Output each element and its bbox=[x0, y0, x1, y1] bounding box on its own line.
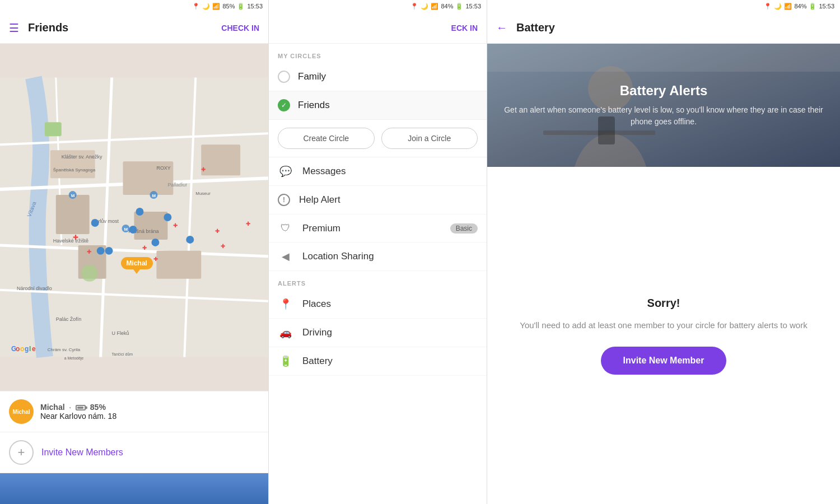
svg-rect-15 bbox=[45, 122, 62, 136]
location-icon: 📍 bbox=[192, 3, 200, 10]
check-in-behind: ECK IN bbox=[451, 24, 478, 32]
svg-text:o: o bbox=[16, 346, 20, 353]
moon-icon-3: 🌙 bbox=[774, 3, 782, 10]
check-in-button[interactable]: CHECK IN bbox=[221, 24, 259, 32]
svg-rect-14 bbox=[156, 251, 201, 279]
menu-item-help-alert[interactable]: ! Help Alert bbox=[269, 186, 487, 214]
create-circle-button[interactable]: Create Circle bbox=[278, 128, 375, 149]
join-circle-button[interactable]: Join a Circle bbox=[381, 128, 478, 149]
menu-item-location-sharing[interactable]: ◀ Location Sharing bbox=[269, 242, 487, 271]
menu-item-battery[interactable]: 🔋 Battery bbox=[269, 347, 487, 376]
hero-title: Battery Alerts bbox=[620, 83, 708, 99]
app-bar-1: ☰ Friends CHECK IN bbox=[0, 12, 268, 44]
svg-text:Klášter sv. Anežky: Klášter sv. Anežky bbox=[62, 154, 102, 160]
user-location: Near Karlovo nám. 18 bbox=[40, 412, 116, 421]
places-label: Places bbox=[302, 298, 478, 310]
battery-content: Sorry! You'll need to add at least one m… bbox=[487, 167, 840, 504]
circle-radio-family bbox=[278, 71, 290, 83]
menu-item-driving[interactable]: 🚗 Driving bbox=[269, 319, 487, 347]
svg-text:l: l bbox=[29, 346, 31, 353]
invite-new-member-button[interactable]: Invite New Member bbox=[601, 347, 727, 375]
location-sharing-icon: ◀ bbox=[278, 250, 293, 263]
invite-members-text[interactable]: Invite New Members bbox=[41, 447, 123, 458]
svg-rect-12 bbox=[201, 144, 240, 175]
svg-point-43 bbox=[151, 239, 159, 246]
svg-text:M: M bbox=[152, 193, 156, 198]
driving-label: Driving bbox=[302, 327, 478, 338]
page-title-battery: Battery bbox=[516, 21, 831, 34]
svg-text:✚: ✚ bbox=[221, 243, 225, 249]
svg-point-40 bbox=[91, 219, 99, 227]
svg-text:Tančící dům: Tančící dům bbox=[112, 352, 133, 356]
circle-item-family[interactable]: Family bbox=[269, 63, 487, 91]
svg-point-41 bbox=[105, 247, 113, 255]
location-icon-2: 📍 bbox=[410, 3, 418, 10]
app-bar-3: ← Battery bbox=[487, 12, 840, 44]
my-circles-header: MY CIRCLES bbox=[269, 44, 487, 63]
user-name-battery: Michal · 85% bbox=[40, 403, 116, 412]
menu-item-messages[interactable]: 💬 Messages bbox=[269, 157, 487, 186]
map-marker-michal[interactable]: Michal bbox=[121, 257, 153, 269]
svg-text:Havelské tržiště: Havelské tržiště bbox=[53, 238, 88, 244]
svg-rect-9 bbox=[56, 195, 90, 234]
svg-rect-11 bbox=[134, 212, 168, 240]
moon-icon: 🌙 bbox=[202, 3, 210, 10]
svg-point-16 bbox=[81, 265, 98, 282]
back-button[interactable]: ← bbox=[496, 21, 507, 34]
panel-friends: 📍 🌙 📶 85% 🔋 15:53 ☰ Friends CHECK IN bbox=[0, 0, 269, 504]
battery-icon-1: 🔋 bbox=[237, 3, 245, 10]
messages-icon: 💬 bbox=[278, 165, 293, 178]
menu-item-premium[interactable]: 🛡 Premium Basic bbox=[269, 214, 487, 242]
svg-text:M: M bbox=[71, 193, 75, 198]
status-bar-3: 📍 🌙 📶 84% 🔋 15:53 bbox=[487, 0, 840, 12]
menu-item-places[interactable]: 📍 Places bbox=[269, 290, 487, 319]
status-bar-1: 📍 🌙 📶 85% 🔋 15:53 bbox=[0, 0, 268, 12]
avatar: Michal bbox=[9, 399, 34, 424]
svg-text:Museur: Museur bbox=[195, 191, 211, 196]
svg-text:✚: ✚ bbox=[215, 228, 220, 234]
moon-icon-2: 🌙 bbox=[421, 3, 428, 10]
marker-label: Michal bbox=[121, 257, 153, 269]
user-card[interactable]: Michal Michal · 85% Near Karlovo nám. 18 bbox=[0, 391, 268, 432]
time-2: 15:53 bbox=[465, 3, 481, 10]
svg-point-45 bbox=[186, 236, 194, 244]
panel-battery: 📍 🌙 📶 84% 🔋 15:53 ← Battery bbox=[487, 0, 840, 504]
wifi-icon-2: 📶 bbox=[431, 3, 438, 10]
svg-point-42 bbox=[129, 226, 137, 234]
svg-text:U Fleků: U Fleků bbox=[112, 330, 129, 336]
svg-text:Chrám sv. Cyrila: Chrám sv. Cyrila bbox=[48, 348, 81, 353]
battery-icon-2: 🔋 bbox=[455, 3, 463, 10]
svg-text:e: e bbox=[32, 346, 36, 353]
sorry-description: You'll need to add at least one member t… bbox=[520, 319, 807, 332]
svg-text:g: g bbox=[25, 346, 29, 353]
premium-label: Premium bbox=[302, 223, 441, 234]
alerts-header: ALERTS bbox=[269, 271, 487, 290]
svg-text:Palladiur: Palladiur bbox=[167, 182, 187, 188]
circle-label-friends: Friends bbox=[298, 100, 330, 111]
page-title-friends: Friends bbox=[28, 21, 221, 34]
battery-percent-3: 84% bbox=[794, 3, 806, 10]
circle-item-friends[interactable]: Friends bbox=[269, 91, 487, 120]
svg-text:M: M bbox=[124, 227, 128, 232]
svg-text:ROXY: ROXY bbox=[156, 165, 170, 171]
wifi-icon-3: 📶 bbox=[784, 3, 792, 10]
menu-icon[interactable]: ☰ bbox=[9, 21, 19, 35]
battery-label: Battery bbox=[302, 356, 478, 367]
premium-icon: 🛡 bbox=[278, 222, 293, 234]
status-bar-2: 📍 🌙 📶 84% 🔋 15:53 bbox=[269, 0, 487, 12]
svg-text:✚: ✚ bbox=[201, 166, 206, 172]
hero-description: Get an alert when someone's battery leve… bbox=[498, 104, 829, 128]
sorry-title: Sorry! bbox=[647, 297, 680, 310]
svg-point-46 bbox=[97, 247, 105, 255]
circle-label-family: Family bbox=[298, 71, 326, 82]
hero-overlay: Battery Alerts Get an alert when someone… bbox=[487, 44, 840, 167]
time-3: 15:53 bbox=[819, 3, 834, 10]
svg-text:a Metoděje: a Metoděje bbox=[64, 356, 84, 361]
user-info: Michal · 85% Near Karlovo nám. 18 bbox=[40, 403, 116, 421]
svg-text:✚: ✚ bbox=[153, 256, 158, 262]
map-container[interactable]: Klášter sv. Anežky Španělská Synagoga RO… bbox=[0, 44, 268, 391]
svg-text:✚: ✚ bbox=[73, 234, 78, 241]
battery-icon-inline bbox=[76, 405, 86, 410]
invite-circle-icon: + bbox=[9, 440, 34, 465]
invite-row[interactable]: + Invite New Members bbox=[0, 432, 268, 473]
